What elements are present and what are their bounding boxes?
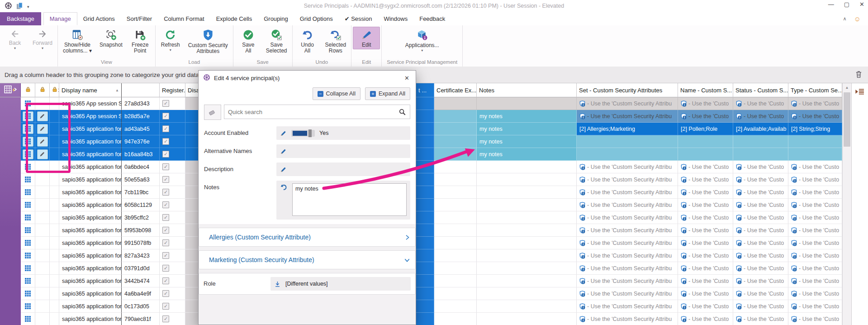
column-header-selected-column[interactable]: t ...	[416, 83, 434, 97]
cell-registered[interactable]: ✓	[160, 313, 185, 325]
column-header-lock-3[interactable]: :	[50, 83, 59, 97]
ribbon-button-undo-all[interactable]: Undo All	[294, 27, 321, 55]
cell-name-csa[interactable]: - Use the 'Custo	[678, 275, 733, 287]
cell-display-name[interactable]: sapio365 App session SR	[59, 110, 122, 123]
cell-registered[interactable]: ✓	[160, 224, 185, 237]
cell-notes[interactable]	[477, 300, 577, 313]
cell-notes[interactable]	[477, 287, 577, 300]
column-header-notes[interactable]: Notes	[477, 83, 577, 97]
cell-registered[interactable]: ✓	[160, 287, 185, 300]
cell-type-csa[interactable]: - Use the 'Custo	[788, 110, 842, 123]
cell-set-csa[interactable]: - Use the 'Custom Security Attribu	[577, 224, 678, 237]
cell-display-name[interactable]: sapio365 application for Er	[59, 199, 122, 211]
row-flag-cell[interactable]	[50, 313, 59, 325]
cell-type-csa[interactable]: - Use the 'Custo	[788, 161, 842, 173]
cell-type-csa[interactable]	[788, 135, 842, 148]
cell-name-csa[interactable]: - Use the 'Custo	[678, 300, 733, 313]
row-drag-handle[interactable]	[21, 186, 35, 199]
cell-selected-column[interactable]	[416, 199, 434, 211]
ribbon-button-refresh[interactable]: Refresh▾	[157, 27, 184, 53]
cell-certificate[interactable]	[434, 110, 477, 123]
section-marketing-custom-security-attribute[interactable]: Marketing (Custom Security Attribute)	[199, 250, 416, 269]
cell-selected-column[interactable]	[416, 148, 434, 161]
row-edit-indicator[interactable]	[35, 110, 50, 123]
cell-notes[interactable]	[477, 161, 577, 173]
cell-status-csa[interactable]: [2] Available;Availab	[733, 123, 788, 135]
column-header-id[interactable]	[122, 83, 160, 97]
cell-type-csa[interactable]: [2] String;String	[788, 123, 842, 135]
cell-display-name[interactable]: sapio365 application for Bi	[59, 186, 122, 199]
cell-notes[interactable]	[477, 186, 577, 199]
scrollbar-thumb[interactable]	[844, 92, 850, 147]
cell-selected-column[interactable]	[416, 237, 434, 249]
cell-id[interactable]: 827a3423	[122, 249, 160, 262]
cell-display-name[interactable]: sapio365 application for Pa	[59, 262, 122, 275]
cell-display-name[interactable]: sapio365 application for La	[59, 224, 122, 237]
cell-set-csa[interactable]: - Use the 'Custom Security Attribu	[577, 199, 678, 211]
cell-certificate[interactable]	[434, 224, 477, 237]
cell-selected-column[interactable]	[416, 313, 434, 325]
cell-display-name[interactable]: sapio365 application for Bi	[59, 123, 122, 135]
cell-id[interactable]: 6058c1129	[122, 199, 160, 211]
cell-display-name[interactable]: sapio365 application for Bi	[59, 135, 122, 148]
cell-name-csa[interactable]: - Use the 'Custo	[678, 161, 733, 173]
cell-name-csa[interactable]: - Use the 'Custo	[678, 110, 733, 123]
collapse-ribbon-icon[interactable]: ∧	[843, 16, 847, 22]
cell-id[interactable]: 0c173d05	[122, 300, 160, 313]
cell-registered[interactable]: ✓	[160, 237, 185, 249]
row-flag-cell[interactable]	[50, 97, 59, 110]
cell-type-csa[interactable]: - Use the 'Custo	[788, 97, 842, 110]
cell-set-csa[interactable]: - Use the 'Custom Security Attribu	[577, 110, 678, 123]
row-flag-cell[interactable]	[50, 300, 59, 313]
download-icon[interactable]	[274, 281, 281, 287]
cell-certificate[interactable]	[434, 249, 477, 262]
cell-status-csa[interactable]: - Use the 'Custo	[733, 313, 788, 325]
cell-set-csa[interactable]: - Use the 'Custom Security Attribu	[577, 313, 678, 325]
cell-id[interactable]: 7cb119bc	[122, 186, 160, 199]
cell-type-csa[interactable]: - Use the 'Custo	[788, 237, 842, 249]
grid-corner-button[interactable]	[0, 83, 21, 97]
cell-selected-column[interactable]	[416, 97, 434, 110]
row-flag-cell[interactable]	[50, 186, 59, 199]
cell-display-name[interactable]: sapio365 application for Er	[59, 211, 122, 224]
cell-selected-column[interactable]	[416, 262, 434, 275]
row-flag-cell[interactable]	[50, 237, 59, 249]
grouping-zone[interactable]: Drag a column header to this grouping zo…	[0, 67, 868, 83]
account-enabled-toggle[interactable]	[291, 130, 315, 137]
tab-grid-actions[interactable]: Grid Actions	[77, 12, 121, 25]
cell-registered[interactable]: ✓	[160, 262, 185, 275]
cell-set-csa[interactable]: - Use the 'Custom Security Attribu	[577, 287, 678, 300]
quick-search-input[interactable]	[224, 109, 395, 115]
cell-registered[interactable]: ✓	[160, 199, 185, 211]
row-flag-cell[interactable]	[50, 199, 59, 211]
row-flag-cell[interactable]	[50, 211, 59, 224]
cell-registered[interactable]: ✓	[160, 173, 185, 186]
cell-set-csa[interactable]: - Use the 'Custom Security Attribu	[577, 173, 678, 186]
cell-display-name[interactable]: sapio365 application for Bi	[59, 148, 122, 161]
row-flag-cell[interactable]	[50, 135, 59, 148]
row-flag-cell[interactable]	[50, 287, 59, 300]
cell-registered[interactable]: ✓	[160, 97, 185, 110]
cell-set-csa[interactable]: - Use the 'Custom Security Attribu	[577, 262, 678, 275]
cell-selected-column[interactable]	[416, 186, 434, 199]
cell-status-csa[interactable]: - Use the 'Custo	[733, 173, 788, 186]
row-drag-handle[interactable]	[21, 224, 35, 237]
row-flag-cell[interactable]	[50, 110, 59, 123]
cell-notes[interactable]	[477, 199, 577, 211]
row-drag-handle[interactable]	[21, 249, 35, 262]
cell-name-csa[interactable]	[678, 135, 733, 148]
cell-id[interactable]: 03791d0d	[122, 262, 160, 275]
cell-display-name[interactable]: sapio365 App session SK 4	[59, 97, 122, 110]
cell-registered[interactable]: ✓	[160, 148, 185, 161]
trash-icon[interactable]	[855, 70, 863, 80]
cell-set-csa[interactable]: - Use the 'Custom Security Attribu	[577, 249, 678, 262]
row-drag-handle[interactable]	[21, 161, 35, 173]
ribbon-button-forward[interactable]: Forward▾	[29, 27, 56, 52]
tab-windows[interactable]: Windows	[378, 12, 413, 25]
ribbon-button-snapshot[interactable]: Snapshot	[96, 27, 126, 49]
column-header-certificate[interactable]: Certificate Ex...	[434, 83, 477, 97]
cell-name-csa[interactable]	[678, 148, 733, 161]
cell-notes[interactable]	[477, 237, 577, 249]
cell-certificate[interactable]	[434, 199, 477, 211]
cell-set-csa[interactable]: - Use the 'Custom Security Attribu	[577, 161, 678, 173]
